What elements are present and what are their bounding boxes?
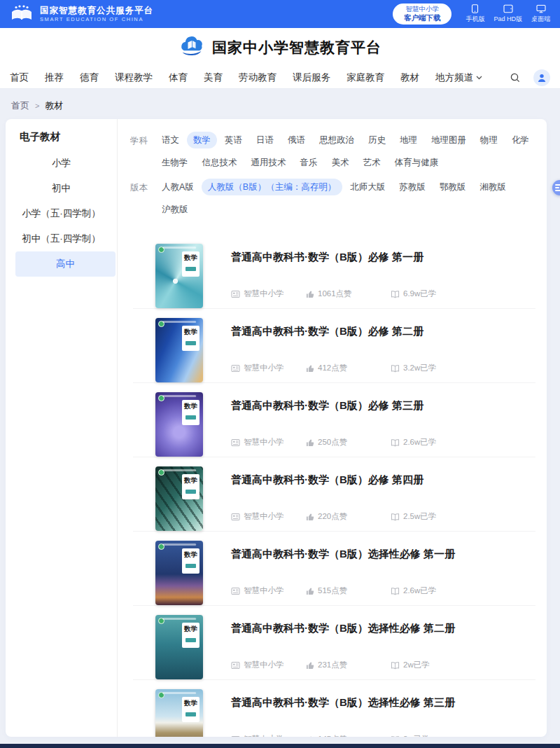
subject-option[interactable]: 艺术	[357, 154, 387, 171]
nav-item[interactable]: 课后服务	[293, 71, 330, 84]
learned-stat: 6.9w已学	[391, 289, 436, 299]
cover-subject-label: 数学	[182, 251, 200, 277]
subject-option[interactable]: 地理图册	[425, 132, 472, 148]
client-download-button[interactable]: 智慧中小学 客户端下载	[393, 4, 452, 25]
subject-option[interactable]: 化学	[505, 132, 536, 148]
subject-option[interactable]: 语文	[155, 132, 186, 148]
version-option[interactable]: 人教版（B版）（主编：高存明）	[202, 179, 342, 195]
version-option[interactable]: 鄂教版	[433, 179, 472, 195]
subject-option[interactable]: 信息技术	[196, 154, 244, 171]
subject-option[interactable]: 日语	[250, 132, 280, 148]
subject-option[interactable]: 思想政治	[313, 132, 360, 148]
version-option[interactable]: 人教A版	[155, 179, 200, 195]
version-option[interactable]: 苏教版	[393, 179, 432, 195]
likes-count: 412点赞	[318, 363, 347, 373]
user-avatar[interactable]	[533, 69, 550, 86]
learned-count: 2.5w已学	[403, 511, 436, 522]
subject-option[interactable]: 音乐	[294, 154, 324, 171]
book-cover[interactable]: 数学	[155, 392, 203, 457]
sidebar-item[interactable]: 初中（五·四学制）	[6, 226, 117, 251]
main-panel: 电子教材 小学 初中 小学（五·四学制） 初中（五·四学制） 高中 学科 语文 …	[6, 119, 547, 737]
book-title[interactable]: 普通高中教科书·数学（B版）必修 第三册	[231, 399, 536, 413]
nav-item[interactable]: 教材	[400, 71, 419, 84]
open-book-icon	[391, 513, 400, 521]
subject-option[interactable]: 地理	[393, 132, 424, 148]
site-logo-icon	[178, 36, 205, 60]
learned-count: 2.6w已学	[403, 437, 436, 448]
subject-option[interactable]: 数学	[187, 132, 217, 148]
learned-count: 3.2w已学	[403, 363, 436, 373]
book-title[interactable]: 普通高中教科书·数学（B版）选择性必修 第二册	[231, 622, 536, 635]
book-cover[interactable]: 数学	[155, 541, 203, 605]
client-desktop[interactable]: 桌面端	[531, 4, 550, 24]
subject-option[interactable]: 俄语	[281, 132, 312, 148]
learned-stat: 2w已学	[391, 660, 430, 670]
search-icon[interactable]	[510, 72, 521, 83]
book-title[interactable]: 普通高中教科书·数学（B版）必修 第四册	[231, 473, 536, 487]
sidebar-item[interactable]: 小学	[6, 151, 117, 176]
subject-option[interactable]: 通用技术	[245, 154, 293, 171]
cover-subject-label: 数学	[182, 548, 200, 574]
client-phone[interactable]: 手机版	[465, 4, 484, 24]
breadcrumb-home[interactable]: 首页	[11, 99, 29, 112]
nav-item[interactable]: 课程教学	[115, 71, 153, 84]
book-cover[interactable]: 数学	[155, 466, 203, 531]
nav-item-local-channels[interactable]: 地方频道	[435, 71, 482, 84]
person-icon	[537, 73, 547, 83]
likes-count: 220点赞	[318, 511, 347, 522]
id-card-icon	[231, 735, 240, 737]
nav-item[interactable]: 体育	[169, 71, 188, 84]
likes-count: 1061点赞	[318, 289, 352, 299]
likes-count: 515点赞	[318, 586, 347, 596]
nav-item[interactable]: 劳动教育	[239, 71, 276, 84]
book-card[interactable]: 数学 普通高中教科书·数学（B版）必修 第二册 智慧中小学 412点赞	[133, 309, 536, 383]
book-card[interactable]: 数学 普通高中教科书·数学（B版）选择性必修 第一册 智慧中小学 515点赞	[133, 532, 536, 606]
subject-option[interactable]: 美术	[326, 154, 356, 171]
version-option[interactable]: 沪教版	[155, 201, 195, 218]
footer-bar	[0, 744, 560, 748]
cover-series-strip	[162, 692, 196, 694]
cover-series-strip	[162, 469, 196, 471]
book-cover[interactable]: 数学	[155, 318, 203, 382]
download-line2: 客户端下载	[404, 13, 441, 22]
book-card[interactable]: 数学 普通高中教科书·数学（B版）选择性必修 第三册 智慧中小学 145点赞	[133, 680, 536, 737]
publisher-stat: 智慧中小学	[231, 363, 306, 373]
client-pad[interactable]: Pad HD版	[493, 4, 522, 24]
book-cover[interactable]: 数学	[155, 244, 203, 308]
book-card[interactable]: 数学 普通高中教科书·数学（B版）必修 第一册 智慧中小学 1061点赞	[133, 235, 536, 309]
site-header: 国家中小学智慧教育平台	[0, 28, 560, 67]
subject-option[interactable]: 生物学	[155, 154, 195, 171]
sidebar-item[interactable]: 小学（五·四学制）	[6, 201, 117, 226]
cover-series-strip	[162, 618, 196, 620]
nav-item[interactable]: 首页	[10, 71, 29, 84]
version-option[interactable]: 湘教版	[473, 179, 512, 195]
book-card[interactable]: 数学 普通高中教科书·数学（B版）必修 第四册 智慧中小学 220点赞	[133, 457, 536, 532]
book-cover[interactable]: 数学	[155, 615, 203, 679]
sidebar-title: 电子教材	[6, 129, 117, 151]
sidebar-item[interactable]: 高中	[15, 251, 115, 277]
publisher-stat: 智慧中小学	[231, 289, 306, 299]
subject-option[interactable]: 物理	[474, 132, 504, 148]
book-title[interactable]: 普通高中教科书·数学（B版）选择性必修 第一册	[231, 548, 536, 561]
book-title[interactable]: 普通高中教科书·数学（B版）必修 第一册	[231, 251, 536, 264]
nav-item[interactable]: 德育	[80, 71, 99, 84]
version-filter-label: 版本	[130, 179, 155, 219]
version-option[interactable]: 北师大版	[344, 179, 391, 195]
id-card-icon	[231, 290, 240, 298]
nav-item[interactable]: 家庭教育	[346, 71, 384, 84]
book-stats: 智慧中小学 1061点赞 6.9w已学	[231, 289, 536, 299]
nav-item[interactable]: 推荐	[45, 71, 64, 84]
book-card[interactable]: 数学 普通高中教科书·数学（B版）选择性必修 第二册 智慧中小学 231点赞	[133, 606, 536, 680]
book-title[interactable]: 普通高中教科书·数学（B版）选择性必修 第三册	[231, 696, 536, 709]
book-cover[interactable]: 数学	[155, 689, 203, 737]
subject-option[interactable]: 英语	[218, 132, 248, 148]
book-title[interactable]: 普通高中教科书·数学（B版）必修 第二册	[231, 325, 536, 338]
side-float-menu-button[interactable]	[552, 180, 560, 195]
nav-item[interactable]: 美育	[204, 71, 223, 84]
subject-option[interactable]: 历史	[362, 132, 392, 148]
learned-stat: 2.6w已学	[391, 437, 436, 448]
publisher-stat: 智慧中小学	[231, 511, 306, 522]
subject-option[interactable]: 体育与健康	[388, 154, 445, 171]
sidebar-item[interactable]: 初中	[6, 176, 117, 201]
book-card[interactable]: 数学 普通高中教科书·数学（B版）必修 第三册 智慧中小学 250点赞	[133, 383, 536, 457]
